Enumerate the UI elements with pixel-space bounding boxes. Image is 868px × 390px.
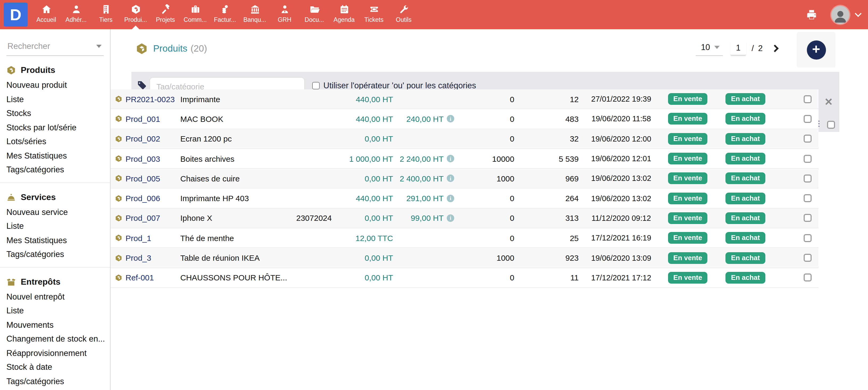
row-checkbox[interactable] <box>804 95 812 103</box>
nav-item-tiers[interactable]: Tiers <box>91 0 121 29</box>
nav-item-banqu[interactable]: Banqu... <box>240 0 270 29</box>
sidebar-item-tagscatégories[interactable]: Tags/catégories <box>6 247 110 262</box>
row-checkbox[interactable] <box>804 234 812 242</box>
product-ref-link[interactable]: Prod_3 <box>126 253 151 262</box>
page-number-input[interactable]: 1 <box>730 41 746 56</box>
buy-status-badge[interactable]: En achat <box>726 133 765 145</box>
info-icon[interactable]: i <box>447 194 454 202</box>
sidebar-item-nouveauservice[interactable]: Nouveau service <box>6 205 110 219</box>
sidebar-section-title[interactable]: Produits <box>6 65 110 75</box>
info-icon[interactable]: i <box>447 214 454 222</box>
product-ref-link[interactable]: Prod_005 <box>126 174 160 183</box>
product-ref-link[interactable]: PR2021-0023 <box>126 94 175 103</box>
product-ref-link[interactable]: Prod_1 <box>126 233 151 242</box>
nav-item-outils[interactable]: Outils <box>389 0 418 29</box>
sidebar-item-stocks[interactable]: Stocks <box>6 107 110 121</box>
sidebar-section-title[interactable]: Services <box>6 192 110 202</box>
or-operator-checkbox[interactable] <box>312 82 320 89</box>
nav-item-projets[interactable]: Projets <box>151 0 180 29</box>
sidebar-section-entrepôts: EntrepôtsNouvel entrepôtListeMouvementsC… <box>0 277 110 390</box>
select-all-checkbox[interactable] <box>827 121 835 129</box>
buy-status-badge[interactable]: En achat <box>726 113 765 125</box>
sale-status-badge[interactable]: En vente <box>668 93 707 105</box>
product-icon <box>131 3 141 15</box>
search-caret-icon[interactable] <box>96 45 101 48</box>
product-ref-link[interactable]: Prod_006 <box>126 194 160 203</box>
dolibarr-logo[interactable]: D <box>4 3 28 27</box>
buy-status-badge[interactable]: En achat <box>726 173 765 184</box>
sidebar-item-stocksparlotsérie[interactable]: Stocks par lot/série <box>6 121 110 134</box>
buy-status-badge[interactable]: En achat <box>726 252 765 264</box>
sale-status-badge[interactable]: En vente <box>668 153 707 164</box>
nav-item-adhr[interactable]: Adhér... <box>61 0 91 29</box>
cell-ref: Prod_007 <box>111 214 176 223</box>
sidebar-item-messtatistiques[interactable]: Mes Statistiques <box>6 149 110 163</box>
product-ref-link[interactable]: Prod_001 <box>126 114 160 123</box>
row-checkbox[interactable] <box>804 155 812 162</box>
sidebar-item-nouvelentrepôt[interactable]: Nouvel entrepôt <box>6 290 110 304</box>
sale-status-badge[interactable]: En vente <box>668 173 707 184</box>
sidebar-item-messtatistiques[interactable]: Mes Statistiques <box>6 233 110 247</box>
info-icon[interactable]: i <box>447 155 454 162</box>
sidebar-item-liste[interactable]: Liste <box>6 219 110 233</box>
sale-status-badge[interactable]: En vente <box>668 133 707 145</box>
user-avatar[interactable] <box>831 6 849 24</box>
buy-status-badge[interactable]: En achat <box>726 192 765 204</box>
row-checkbox[interactable] <box>804 194 812 202</box>
info-icon[interactable]: i <box>447 175 454 182</box>
cell-date-created: 19/06/2020 13:09 <box>583 253 659 262</box>
sidebar-item-tagscatégories[interactable]: Tags/catégories <box>6 374 110 388</box>
nav-item-agenda[interactable]: Agenda <box>329 0 359 29</box>
cell-label: Chaises de cuire <box>176 174 292 183</box>
sale-status-badge[interactable]: En vente <box>668 192 707 204</box>
sidebar-item-liste[interactable]: Liste <box>6 92 110 107</box>
row-checkbox[interactable] <box>804 134 812 143</box>
sidebar-item-stockàdate[interactable]: Stock à date <box>6 360 110 374</box>
row-checkbox[interactable] <box>804 274 812 282</box>
sale-status-badge[interactable]: En vente <box>668 272 707 283</box>
buy-status-badge[interactable]: En achat <box>726 93 765 105</box>
nav-item-grh[interactable]: GRH <box>270 0 300 29</box>
nav-item-docu[interactable]: Docu... <box>300 0 329 29</box>
nav-item-accueil[interactable]: Accueil <box>31 0 61 29</box>
product-ref-link[interactable]: Prod_003 <box>126 154 160 163</box>
add-product-area[interactable]: + <box>797 32 836 67</box>
next-page-chevron-icon[interactable] <box>771 45 779 52</box>
buy-status-badge[interactable]: En achat <box>726 153 765 164</box>
row-checkbox[interactable] <box>804 214 812 222</box>
sale-status-badge[interactable]: En vente <box>668 113 707 125</box>
nav-item-label: Factur... <box>214 17 236 23</box>
sidebar-section-title[interactable]: Entrepôts <box>6 277 110 287</box>
row-checkbox[interactable] <box>804 175 812 182</box>
buy-status-badge[interactable]: En achat <box>726 272 765 283</box>
sale-status-badge[interactable]: En vente <box>668 232 707 244</box>
sidebar-item-nouveauproduit[interactable]: Nouveau produit <box>6 78 110 92</box>
product-ref-link[interactable]: Prod_007 <box>126 214 160 223</box>
print-icon[interactable] <box>806 9 817 21</box>
clear-filters-icon[interactable]: ✕ <box>825 97 833 107</box>
product-ref-link[interactable]: Prod_002 <box>126 134 160 143</box>
info-icon[interactable]: i <box>447 115 454 123</box>
sidebar-search-input[interactable] <box>6 41 91 52</box>
sale-status-badge[interactable]: En vente <box>668 252 707 264</box>
sale-status-badge[interactable]: En vente <box>668 212 707 224</box>
sidebar-item-changementdestocken[interactable]: Changement de stock en... <box>6 332 110 346</box>
sidebar-item-tagscatégories[interactable]: Tags/catégories <box>6 163 110 177</box>
row-checkbox[interactable] <box>804 254 812 262</box>
nav-item-tickets[interactable]: Tickets <box>359 0 389 29</box>
cell-buy-status: En achat <box>716 133 775 145</box>
sidebar-item-réapprovisionnement[interactable]: Réapprovisionnement <box>6 346 110 360</box>
page-size-select[interactable]: 10 <box>696 41 723 56</box>
nav-item-factur[interactable]: Factur... <box>210 0 240 29</box>
buy-status-badge[interactable]: En achat <box>726 212 765 224</box>
add-product-button[interactable]: + <box>807 40 826 59</box>
user-menu-chevron-down-icon[interactable] <box>855 10 861 17</box>
sidebar-item-liste[interactable]: Liste <box>6 304 110 318</box>
sidebar-item-lotsséries[interactable]: Lots/séries <box>6 134 110 149</box>
nav-item-produi[interactable]: Produi... <box>121 0 151 29</box>
sidebar-item-mouvements[interactable]: Mouvements <box>6 318 110 332</box>
nav-item-comm[interactable]: Comm... <box>180 0 210 29</box>
row-checkbox[interactable] <box>804 115 812 123</box>
product-ref-link[interactable]: Ref-001 <box>126 273 154 282</box>
buy-status-badge[interactable]: En achat <box>726 232 765 244</box>
